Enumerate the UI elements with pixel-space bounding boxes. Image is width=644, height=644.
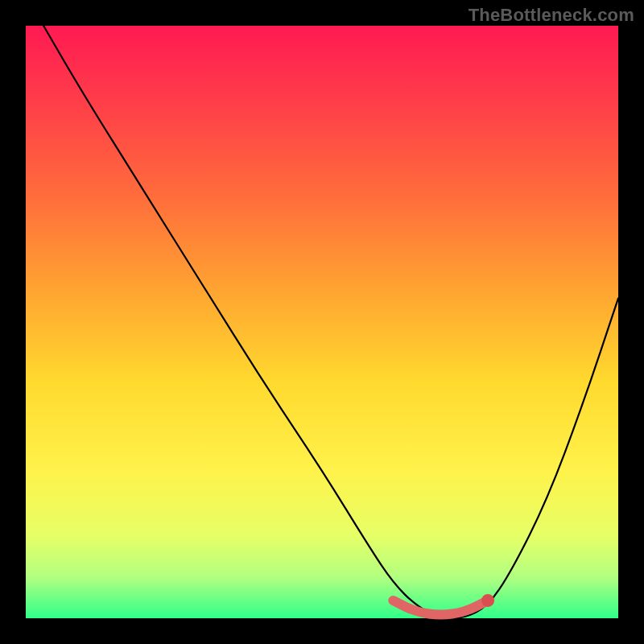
watermark-text: TheBottleneck.com: [469, 5, 634, 26]
chart-gradient-background: [26, 26, 618, 618]
bottleneck-chart: [0, 0, 644, 644]
optimal-marker: [481, 594, 494, 607]
chart-frame: TheBottleneck.com: [0, 0, 644, 644]
